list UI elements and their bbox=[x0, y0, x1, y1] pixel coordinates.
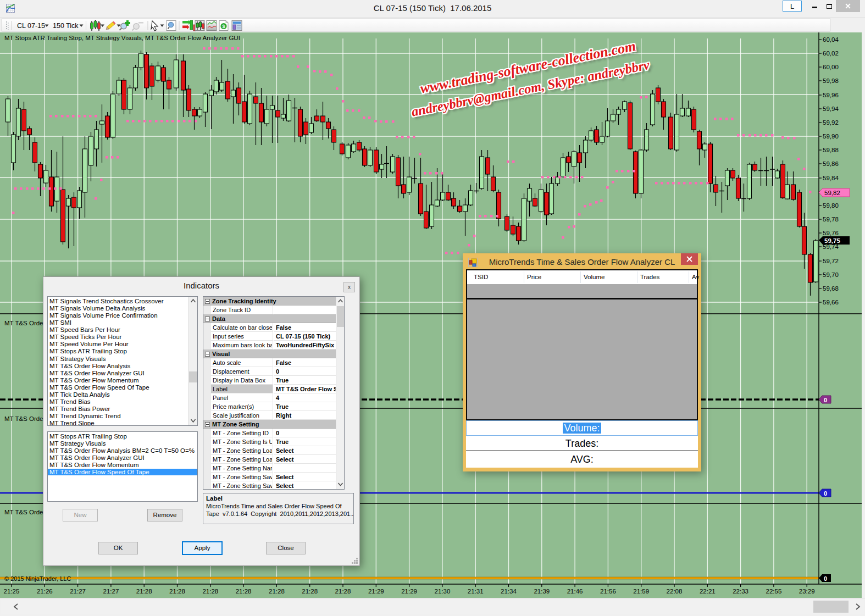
svg-text:60,02: 60,02 bbox=[823, 50, 839, 57]
svg-text:59,98: 59,98 bbox=[823, 77, 839, 84]
svg-text:22:21: 22:21 bbox=[700, 588, 716, 595]
svg-text:21:30: 21:30 bbox=[435, 588, 451, 595]
svg-text:© 2015 NinjaTrader, LLC: © 2015 NinjaTrader, LLC bbox=[4, 575, 71, 582]
svg-text:0: 0 bbox=[824, 397, 827, 403]
svg-text:21:27: 21:27 bbox=[70, 588, 86, 595]
svg-text:150 Tick: 150 Tick bbox=[53, 22, 79, 30]
svg-text:59,88: 59,88 bbox=[823, 147, 839, 153]
svg-text:21:29: 21:29 bbox=[401, 588, 417, 595]
svg-text:$: $ bbox=[222, 24, 225, 29]
svg-text:59,76: 59,76 bbox=[823, 230, 839, 236]
svg-text:21:31: 21:31 bbox=[468, 588, 484, 595]
svg-text:MT T&S Orde: MT T&S Orde bbox=[4, 320, 43, 326]
svg-text:21:39: 21:39 bbox=[534, 588, 550, 595]
svg-text:59,86: 59,86 bbox=[823, 160, 839, 167]
svg-text:21:29: 21:29 bbox=[368, 588, 384, 595]
svg-text:60,04: 60,04 bbox=[823, 36, 839, 43]
svg-text:59,92: 59,92 bbox=[823, 119, 839, 126]
svg-text:21:28: 21:28 bbox=[269, 588, 285, 595]
svg-text:MT T&S Orde: MT T&S Orde bbox=[4, 509, 43, 515]
svg-text:21:28: 21:28 bbox=[136, 588, 152, 595]
svg-text:0: 0 bbox=[824, 575, 827, 582]
svg-text:MT Stops ATR Trailing Stop, MT: MT Stops ATR Trailing Stop, MT Strategy … bbox=[4, 35, 240, 41]
svg-text:21:59: 21:59 bbox=[633, 588, 649, 595]
svg-text:59,66: 59,66 bbox=[823, 299, 839, 306]
svg-text:21:28: 21:28 bbox=[302, 588, 318, 595]
svg-text:21:25: 21:25 bbox=[4, 588, 20, 595]
svg-text:22:55: 22:55 bbox=[766, 588, 782, 595]
svg-text:21:26: 21:26 bbox=[37, 588, 53, 595]
svg-text:59,80: 59,80 bbox=[823, 202, 839, 209]
svg-text:59,90: 59,90 bbox=[823, 133, 839, 140]
svg-text:59,82: 59,82 bbox=[824, 190, 840, 196]
svg-text:22:08: 22:08 bbox=[667, 588, 683, 595]
svg-text:59,72: 59,72 bbox=[823, 258, 839, 264]
svg-text:59,84: 59,84 bbox=[823, 175, 839, 181]
svg-text:60,00: 60,00 bbox=[823, 64, 839, 70]
svg-text:21:27: 21:27 bbox=[103, 588, 119, 595]
svg-text:59,94: 59,94 bbox=[823, 106, 839, 112]
svg-text:MT T&S Orde: MT T&S Orde bbox=[4, 415, 43, 422]
svg-text:21:28: 21:28 bbox=[202, 588, 218, 595]
svg-text:59,68: 59,68 bbox=[823, 285, 839, 292]
svg-text:21:56: 21:56 bbox=[600, 588, 616, 595]
svg-text:59,78: 59,78 bbox=[823, 216, 839, 223]
svg-text:CL 07-15: CL 07-15 bbox=[17, 22, 45, 30]
svg-text:22:33: 22:33 bbox=[733, 588, 748, 595]
svg-text:0: 0 bbox=[824, 490, 827, 497]
svg-text:59,75: 59,75 bbox=[824, 237, 840, 244]
svg-text:21:28: 21:28 bbox=[169, 588, 185, 595]
svg-text:21:28: 21:28 bbox=[236, 588, 252, 595]
svg-text:23:29: 23:29 bbox=[799, 588, 815, 595]
svg-text:59,70: 59,70 bbox=[823, 271, 839, 278]
svg-text:21:46: 21:46 bbox=[567, 588, 583, 595]
svg-text:21:28: 21:28 bbox=[335, 588, 351, 595]
svg-text:59,96: 59,96 bbox=[823, 92, 839, 98]
svg-text:21:34: 21:34 bbox=[501, 588, 517, 595]
